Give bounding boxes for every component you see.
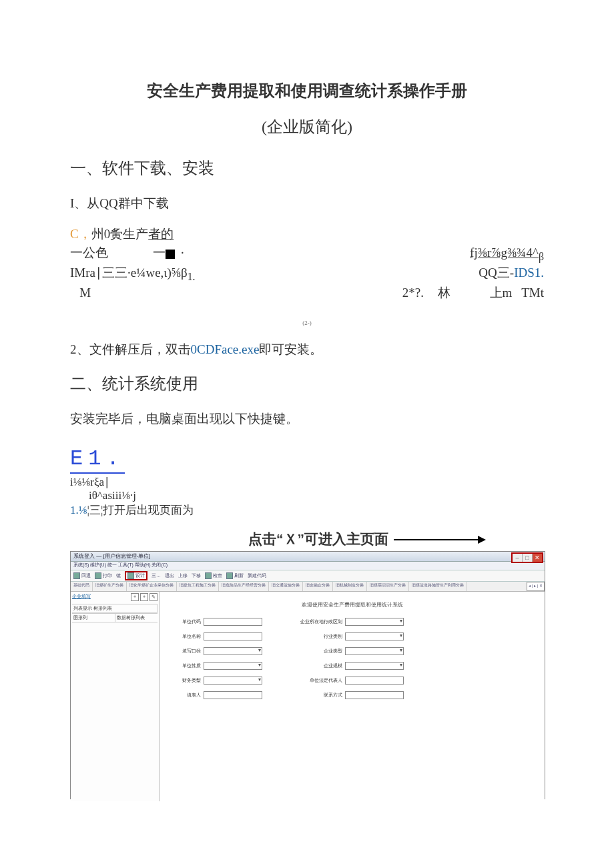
side-col2b: 数据树形列表 bbox=[115, 614, 158, 622]
item2-a: 2、文件解压后，双击 bbox=[70, 342, 191, 356]
maximize-button[interactable]: □ bbox=[522, 554, 532, 562]
page-mid-mark: (2-) bbox=[70, 320, 544, 326]
garbled-row-1: 一公色 一 · fj⅜r⅞g⅜¾4^β bbox=[70, 244, 544, 264]
garbled-shortcut-2: iθ^asiii⅛·j bbox=[89, 489, 544, 502]
exe-name: 0CDFace.exe bbox=[191, 342, 260, 356]
open-b: ¦三¦ bbox=[87, 504, 103, 516]
garbled-line-c: C，州0夤生产者的 bbox=[70, 226, 544, 243]
tab-item[interactable]: 旧建筑工程施工分类 bbox=[177, 582, 219, 591]
sidebar-tools: + + ✎ bbox=[131, 593, 158, 601]
form-row: 填表人 联系方式 bbox=[168, 691, 537, 699]
tab-item[interactable]: 旧煤矿生产分类 bbox=[93, 582, 127, 591]
select-ent-type[interactable] bbox=[345, 647, 404, 655]
tab-item[interactable]: 旧危险品生产经经营分类 bbox=[219, 582, 269, 591]
close-button[interactable]: ✕ bbox=[532, 554, 542, 562]
form-row: 单位性质 企业规模 bbox=[168, 662, 537, 670]
input-filler[interactable] bbox=[204, 691, 262, 699]
label-contact: 联系方式 bbox=[289, 692, 342, 699]
section1-heading: 一、软件下载、安装 bbox=[70, 157, 544, 179]
label-region: 企业所在地行政区划 bbox=[289, 618, 342, 625]
tab-item[interactable]: 基础代码 bbox=[71, 582, 93, 591]
tool-more[interactable]: 三… bbox=[151, 572, 161, 579]
row1-dot: · bbox=[181, 246, 184, 260]
row2-right-b: IDS1. bbox=[514, 266, 544, 280]
row3-up: 上m bbox=[490, 286, 513, 300]
input-legal[interactable] bbox=[345, 677, 404, 685]
open-line: 1.⅛¦三¦打开后出现页面为 bbox=[70, 502, 544, 518]
tool-back[interactable]: 回退 bbox=[73, 572, 91, 579]
tool-refresh[interactable]: 刷新 bbox=[226, 572, 244, 579]
open-a: 1.⅛ bbox=[70, 504, 87, 516]
form-row: 财务类型 单位法定代表人 bbox=[168, 677, 537, 685]
form-row: 单位名称 行业类别 bbox=[168, 632, 537, 640]
app-window: 系统登入 — [用户信息管理-单位] – □ ✕ 系统(S) 维护(U) 统一 … bbox=[70, 551, 545, 799]
select-fintype[interactable] bbox=[204, 677, 262, 685]
tool-newcode[interactable]: 新建代码 bbox=[248, 572, 266, 579]
side-tool-1[interactable]: + bbox=[131, 593, 139, 601]
input-contact[interactable] bbox=[345, 691, 404, 699]
row1-left-a: 一公色 bbox=[70, 246, 108, 260]
doc-subtitle: (企业版简化) bbox=[70, 116, 544, 137]
tab-item[interactable]: 旧煤运道路施管生产利用分类 bbox=[409, 582, 467, 591]
tab-item[interactable]: 旧煤层沼沼生产分类 bbox=[367, 582, 409, 591]
tool-up[interactable]: 上移 bbox=[178, 572, 188, 579]
garbled-row-2: IMra∣三三·e¼we,ι)⅝β1. QQ三-IDS1. bbox=[70, 264, 544, 284]
select-nature[interactable] bbox=[204, 662, 262, 670]
input-unit-code[interactable] bbox=[204, 618, 262, 626]
select-industry[interactable] bbox=[345, 632, 404, 640]
side-tool-2[interactable]: + bbox=[140, 593, 148, 601]
form-title: 欢迎使用安全生产费用提取和使用统计系统 bbox=[168, 601, 537, 608]
tool-design-highlighted[interactable]: 设计 bbox=[125, 571, 147, 580]
window-controls[interactable]: – □ ✕ bbox=[511, 552, 543, 563]
orange-c: C， bbox=[70, 227, 91, 241]
open-c: 打开后出现页面为 bbox=[103, 504, 194, 516]
label-scale: 企业规模 bbox=[289, 663, 342, 669]
label-nature: 单位性质 bbox=[168, 663, 201, 669]
doc-title: 安全生产费用提取和使用调查统计系操作手册 bbox=[70, 80, 544, 101]
tab-item[interactable]: 旧化学煤矿企业采信分类 bbox=[127, 582, 177, 591]
form-row: 单位代码 企业所在地行政区划 bbox=[168, 618, 537, 626]
tool-down[interactable]: 下移 bbox=[192, 572, 201, 579]
label-unit-name: 单位名称 bbox=[168, 633, 201, 640]
minimize-button[interactable]: – bbox=[513, 554, 522, 562]
app-toolbar: 回退 打印 镜 设计 三… 退出 上移 下移 检查 刷新 新建代码 bbox=[71, 570, 545, 582]
callout-text: 点击“Ｘ”可进入主页面 bbox=[190, 530, 544, 548]
tool-print[interactable]: 打印 bbox=[95, 572, 112, 579]
gear-icon bbox=[127, 572, 134, 579]
tab-item[interactable]: 旧机械制造分类 bbox=[333, 582, 367, 591]
row1-left-b: 一 bbox=[153, 246, 166, 260]
tab-item[interactable]: 旧金融企分类 bbox=[303, 582, 333, 591]
side-tool-3[interactable]: ✎ bbox=[149, 593, 158, 601]
check-icon bbox=[205, 572, 212, 579]
row2-leftsub: 1. bbox=[188, 271, 196, 282]
app-sidebar: 企业填写 + + ✎ 列表显示 树形列表 图形列 数据树形列表 bbox=[71, 592, 160, 801]
row2-right-a: QQ三- bbox=[479, 266, 514, 280]
row3-lin: 林 bbox=[424, 284, 464, 302]
section1-item1: I、从QQ群中下载 bbox=[70, 195, 544, 212]
app-menubar[interactable]: 系统(S) 维护(U) 统一 工具(T) 帮助(H) 关闭(C) bbox=[71, 562, 545, 570]
app-titlebar: 系统登入 — [用户信息管理-单位] – □ ✕ bbox=[71, 552, 545, 562]
select-region[interactable] bbox=[345, 618, 404, 626]
shortcut-icon-label: E1. bbox=[70, 446, 125, 474]
section2-heading: 二、统计系统使用 bbox=[70, 373, 544, 394]
tool-check[interactable]: 检查 bbox=[205, 572, 222, 579]
sidebar-link[interactable]: 企业填写 bbox=[72, 593, 91, 602]
refresh-icon bbox=[226, 572, 233, 579]
garbled-c-link: 者的 bbox=[148, 227, 174, 241]
tool-mirror[interactable]: 镜 bbox=[116, 572, 121, 579]
label-industry: 行业类别 bbox=[289, 633, 342, 640]
row3-tmt: TMt bbox=[521, 286, 544, 300]
label-ent-type: 企业类型 bbox=[289, 648, 342, 655]
select-scale[interactable] bbox=[345, 662, 404, 670]
select-scope[interactable] bbox=[204, 647, 262, 655]
label-unit-code: 单位代码 bbox=[168, 618, 201, 625]
item2-c: 即可安装。 bbox=[259, 342, 322, 356]
side-col1b: 树形列表 bbox=[93, 606, 112, 610]
input-unit-name[interactable] bbox=[204, 632, 262, 640]
tab-item[interactable]: 旧交通运输分类 bbox=[269, 582, 303, 591]
tool-exit[interactable]: 退出 bbox=[165, 572, 174, 579]
side-col1a: 列表显示 bbox=[73, 606, 92, 610]
row1-sub: β bbox=[539, 251, 544, 262]
arrow-icon bbox=[392, 532, 486, 547]
tab-nav[interactable]: ◂ | ▸ | ✕ bbox=[527, 582, 545, 591]
